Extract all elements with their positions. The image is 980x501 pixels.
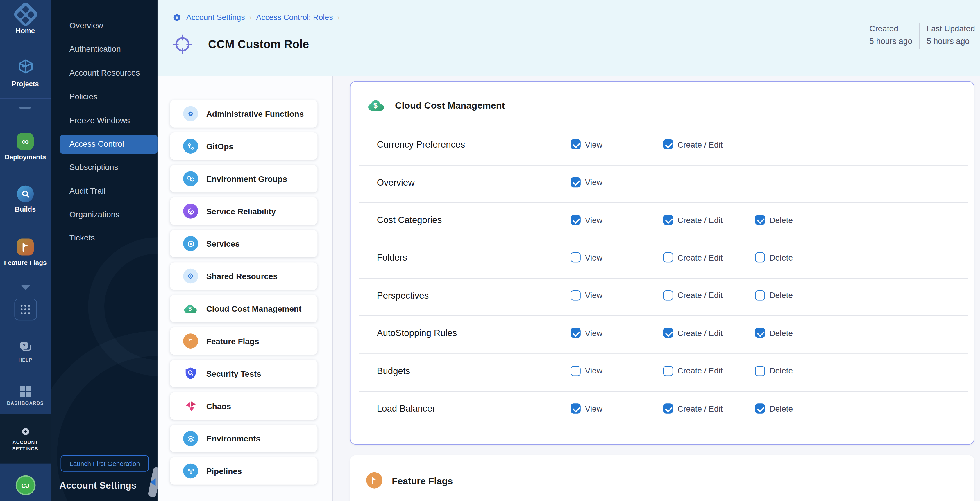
delete-checkbox-cell[interactable]: Delete	[755, 324, 793, 343]
rail-item-home[interactable]: Home	[0, 5, 51, 34]
delete-checkbox-cell[interactable]: Delete	[755, 361, 793, 380]
checkbox-label: Delete	[769, 404, 793, 413]
category-label: Cloud Cost Management	[206, 304, 302, 313]
view-checkbox-cell[interactable]: View	[571, 248, 603, 267]
feature-flags-permissions-panel: Feature Flags	[350, 455, 974, 501]
perm-row-autostopping-rules: AutoStopping Rules View Create / Edit De…	[350, 324, 974, 343]
checkbox-label: View	[585, 140, 603, 149]
module-picker-button[interactable]	[0, 298, 51, 320]
delete-checkbox-cell[interactable]: Delete	[755, 211, 793, 230]
perm-row-budgets: Budgets View Create / Edit Delete	[350, 361, 974, 380]
create-edit-checkbox-cell[interactable]: Create / Edit	[663, 399, 723, 418]
launch-first-generation-button[interactable]: Launch First Generation	[61, 455, 149, 472]
avatar-initials: CJ	[21, 482, 29, 489]
view-checkbox-cell[interactable]: View	[571, 211, 603, 230]
rail-chevron-more[interactable]	[0, 285, 51, 290]
service-reliability-icon	[183, 204, 198, 219]
category-pipelines[interactable]: Pipelines	[170, 457, 318, 485]
grid-icon	[20, 304, 30, 314]
feature-flags-icon	[17, 238, 34, 255]
admin-functions-gear-icon	[183, 106, 198, 121]
checkbox-label: Create / Edit	[678, 253, 722, 262]
nav-item-policies[interactable]: Policies	[70, 88, 97, 105]
user-avatar[interactable]: CJ	[0, 476, 51, 495]
nav-item-freeze-windows[interactable]: Freeze Windows	[70, 112, 130, 129]
resource-category-list: Administrative Functions GitOps Environm…	[158, 76, 333, 501]
checkbox-icon	[755, 215, 765, 225]
create-edit-checkbox-cell[interactable]: Create / Edit	[663, 361, 723, 380]
perm-row-load-balancer: Load Balancer View Create / Edit Delete	[350, 399, 974, 418]
create-edit-checkbox-cell[interactable]: Create / Edit	[663, 135, 723, 154]
checkbox-icon	[663, 366, 673, 376]
category-label: Feature Flags	[206, 336, 259, 346]
services-icon	[183, 236, 198, 251]
perm-row-label: Budgets	[377, 361, 410, 380]
ccm-cloud-icon: $	[367, 98, 386, 113]
delete-checkbox-cell[interactable]: Delete	[755, 286, 793, 304]
category-cloud-cost-management[interactable]: $ Cloud Cost Management	[170, 295, 318, 322]
category-administrative-functions[interactable]: Administrative Functions	[170, 100, 318, 127]
checkbox-icon	[755, 366, 765, 376]
category-chaos[interactable]: Chaos	[170, 392, 318, 420]
category-gitops[interactable]: GitOps	[170, 132, 318, 160]
checkbox-label: Delete	[769, 291, 793, 300]
rail-item-account-settings[interactable]: ACCOUNT SETTINGS	[0, 426, 51, 452]
checkbox-icon	[755, 403, 765, 413]
rail-item-label: HELP	[18, 357, 32, 364]
settings-nav: Overview Authentication Account Resource…	[51, 0, 158, 501]
create-edit-checkbox-cell[interactable]: Create / Edit	[663, 286, 723, 304]
breadcrumb-access-control-roles[interactable]: Access Control: Roles	[256, 13, 333, 22]
nav-item-organizations[interactable]: Organizations	[70, 206, 120, 224]
collapse-nav-arrow-icon[interactable]	[150, 478, 156, 486]
nav-footer-title: Account Settings	[59, 480, 136, 490]
checkbox-icon	[755, 290, 765, 300]
category-service-reliability[interactable]: Service Reliability	[170, 198, 318, 225]
category-label: Shared Resources	[206, 271, 278, 281]
checkbox-icon	[663, 290, 673, 300]
page-header: Account Settings › Access Control: Roles…	[158, 0, 980, 76]
view-checkbox-cell[interactable]: View	[571, 286, 603, 304]
nav-item-account-resources[interactable]: Account Resources	[70, 65, 140, 82]
view-checkbox-cell[interactable]: View	[571, 324, 603, 343]
view-checkbox-cell[interactable]: View	[571, 399, 603, 418]
category-security-tests[interactable]: Security Tests	[170, 360, 318, 387]
checkbox-label: Create / Edit	[678, 215, 722, 225]
category-services[interactable]: Services	[170, 230, 318, 257]
nav-item-tickets[interactable]: Tickets	[70, 229, 95, 247]
nav-item-subscriptions[interactable]: Subscriptions	[70, 159, 118, 176]
view-checkbox-cell[interactable]: View	[571, 173, 603, 192]
rail-item-deployments[interactable]: ∞ Deployments	[0, 133, 51, 161]
create-edit-checkbox-cell[interactable]: Create / Edit	[663, 248, 723, 267]
category-shared-resources[interactable]: Shared Resources	[170, 262, 318, 290]
rail-item-feature-flags[interactable]: Feature Flags	[0, 238, 51, 266]
dashboards-icon	[20, 386, 31, 397]
perm-row-perspectives: Perspectives View Create / Edit Delete	[350, 286, 974, 304]
last-updated-value: 5 hours ago	[926, 35, 975, 48]
cube-icon	[16, 58, 35, 77]
create-edit-checkbox-cell[interactable]: Create / Edit	[663, 211, 723, 230]
rail-item-projects[interactable]: Projects	[0, 58, 51, 87]
category-environment-groups[interactable]: Environment Groups	[170, 165, 318, 193]
breadcrumb-account-settings[interactable]: Account Settings	[186, 13, 245, 22]
rail-item-label: Projects	[12, 80, 39, 87]
shared-resources-icon	[183, 269, 198, 284]
checkbox-label: View	[585, 404, 603, 413]
rail-item-dashboards[interactable]: DASHBOARDS	[0, 386, 51, 407]
nav-item-authentication[interactable]: Authentication	[70, 41, 121, 58]
view-checkbox-cell[interactable]: View	[571, 135, 603, 154]
create-edit-checkbox-cell[interactable]: Create / Edit	[663, 324, 723, 343]
nav-item-access-control-label: Access Control	[70, 135, 124, 154]
delete-checkbox-cell[interactable]: Delete	[755, 248, 793, 267]
rail-item-help[interactable]: ? HELP	[0, 340, 51, 364]
category-environments[interactable]: Environments	[170, 425, 318, 452]
nav-item-audit-trail[interactable]: Audit Trail	[70, 182, 105, 200]
nav-item-overview[interactable]: Overview	[70, 17, 103, 34]
checkbox-icon	[571, 177, 581, 187]
category-feature-flags[interactable]: Feature Flags	[170, 327, 318, 355]
delete-checkbox-cell[interactable]: Delete	[755, 399, 793, 418]
checkbox-icon	[663, 140, 673, 149]
created-meta: Created 5 hours ago	[869, 22, 912, 48]
ccm-permissions-panel: $ Cloud Cost Management Currency Prefere…	[350, 81, 974, 445]
rail-item-builds[interactable]: Builds	[0, 185, 51, 213]
view-checkbox-cell[interactable]: View	[571, 361, 603, 380]
